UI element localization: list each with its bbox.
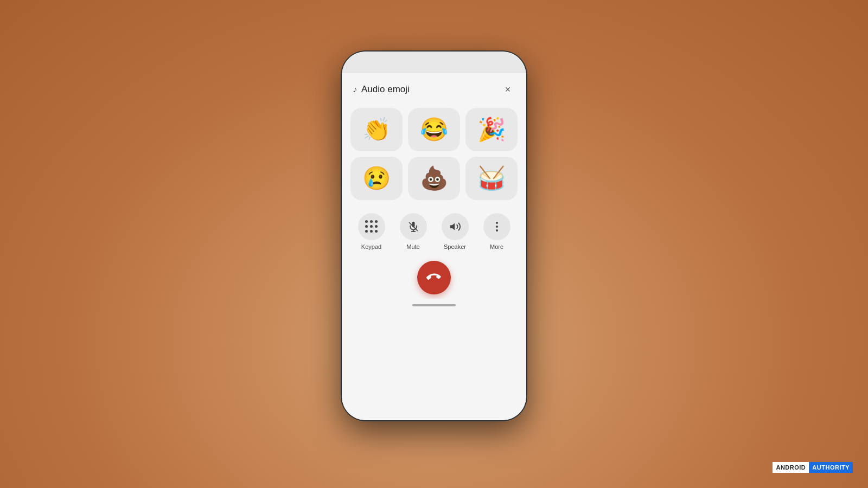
- modal-panel: ♪ Audio emoji × 👏 😂 🎉 😢 💩 🥁: [342, 73, 526, 420]
- emoji-laughing[interactable]: 😂: [408, 108, 460, 151]
- more-icon-circle: [483, 213, 510, 240]
- mute-icon: [408, 221, 419, 232]
- home-bar: [412, 304, 456, 306]
- keypad-dot: [370, 220, 373, 223]
- emoji-drum[interactable]: 🥁: [465, 157, 518, 200]
- keypad-dot: [365, 230, 368, 233]
- more-label: More: [490, 243, 503, 250]
- speaker-icon-circle: [442, 213, 469, 240]
- phone-screen: ♪ Audio emoji × 👏 😂 🎉 😢 💩 🥁: [342, 52, 526, 420]
- call-controls: Keypad Mute: [342, 209, 526, 252]
- emoji-poop[interactable]: 💩: [408, 157, 460, 200]
- phone-frame: ♪ Audio emoji × 👏 😂 🎉 😢 💩 🥁: [342, 52, 526, 420]
- end-call-button[interactable]: [417, 261, 451, 294]
- home-indicator: [342, 299, 526, 312]
- emoji-party[interactable]: 🎉: [465, 108, 518, 151]
- keypad-dot: [370, 230, 373, 233]
- modal-header: ♪ Audio emoji ×: [342, 73, 526, 104]
- emoji-clapping[interactable]: 👏: [350, 108, 403, 151]
- keypad-dot: [370, 225, 373, 228]
- speaker-icon: [449, 221, 461, 233]
- keypad-control[interactable]: Keypad: [358, 213, 385, 250]
- speaker-control[interactable]: Speaker: [442, 213, 469, 250]
- keypad-dot: [375, 220, 378, 223]
- emoji-crying[interactable]: 😢: [350, 157, 403, 200]
- close-button[interactable]: ×: [500, 82, 515, 97]
- keypad-dot: [375, 225, 378, 228]
- keypad-icon: [365, 220, 378, 233]
- phone-down-icon: [426, 270, 442, 285]
- keypad-dot: [365, 220, 368, 223]
- more-control[interactable]: More: [483, 213, 510, 250]
- watermark: ANDROID AUTHORITY: [773, 462, 853, 473]
- dot: [496, 226, 498, 228]
- modal-title: Audio emoji: [361, 84, 410, 95]
- modal-title-group: ♪ Audio emoji: [353, 84, 410, 95]
- more-dots-icon: [496, 222, 498, 232]
- watermark-authority: AUTHORITY: [809, 462, 853, 473]
- mute-control[interactable]: Mute: [400, 213, 427, 250]
- speaker-label: Speaker: [444, 243, 466, 250]
- mute-label: Mute: [406, 243, 419, 250]
- svg-marker-3: [450, 223, 454, 230]
- screen-top: [342, 52, 526, 73]
- mute-icon-circle: [400, 213, 427, 240]
- emoji-grid: 👏 😂 🎉 😢 💩 🥁: [342, 104, 526, 209]
- keypad-dot: [365, 225, 368, 228]
- keypad-icon-circle: [358, 213, 385, 240]
- scene: ♪ Audio emoji × 👏 😂 🎉 😢 💩 🥁: [0, 0, 868, 488]
- watermark-android: ANDROID: [773, 462, 809, 473]
- end-call-area: [342, 252, 526, 299]
- keypad-label: Keypad: [361, 243, 381, 250]
- keypad-dot: [375, 230, 378, 233]
- dot: [496, 222, 498, 224]
- dot: [496, 229, 498, 232]
- music-icon: ♪: [353, 85, 357, 94]
